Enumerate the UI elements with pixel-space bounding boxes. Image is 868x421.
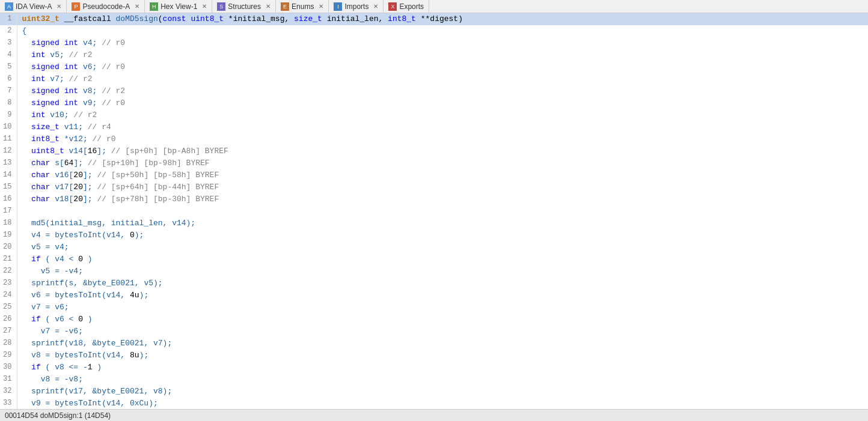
table-row[interactable]: 30 if ( v8 <= -1 )	[0, 362, 868, 374]
table-row[interactable]: 18 md5(initial_msg, initial_len, v14);	[0, 217, 868, 229]
table-row[interactable]: 29 v8 = bytesToInt(v14, 8u);	[0, 350, 868, 362]
tab-imports-close[interactable]: ✕	[373, 3, 378, 10]
tab-struct-close[interactable]: ✕	[266, 3, 270, 10]
table-row[interactable]: 20 v5 = v4;	[0, 241, 868, 253]
status-bar: 00014D54 doMD5sign:1 (14D54)	[0, 409, 868, 421]
tab-enums-label: Enums	[292, 2, 314, 11]
enums-icon: E	[281, 2, 289, 11]
table-row[interactable]: 19 v4 = bytesToInt(v14, 0);	[0, 229, 868, 241]
table-row[interactable]: 32 sprintf(v17, &byte_E0021, v8);	[0, 386, 868, 398]
hex-icon: H	[150, 2, 158, 11]
table-row[interactable]: 3 signed int v4; // r0	[0, 37, 868, 49]
tab-exports-label: Exports	[399, 2, 424, 11]
table-row[interactable]: 28 sprintf(v18, &byte_E0021, v7);	[0, 338, 868, 350]
struct-icon: S	[217, 2, 225, 11]
table-row[interactable]: 27 v7 = -v6;	[0, 326, 868, 338]
table-row[interactable]: 23 sprintf(s, &byte_E0021, v5);	[0, 277, 868, 289]
tab-pseudo-label: Pseudocode-A	[82, 2, 130, 11]
tab-ida-view[interactable]: A IDA View-A ✕	[0, 0, 67, 13]
imports-icon: I	[334, 2, 342, 11]
tab-hex-view[interactable]: H Hex View-1 ✕	[145, 0, 212, 13]
table-row[interactable]: 14 char v16[20]; // [sp+50h] [bp-58h] BY…	[0, 169, 868, 181]
tab-exports[interactable]: X Exports	[384, 0, 429, 13]
table-row[interactable]: 17	[0, 205, 868, 217]
table-row[interactable]: 25 v7 = v6;	[0, 301, 868, 313]
tab-struct-label: Structures	[228, 2, 261, 11]
table-row[interactable]: 6 int v7; // r2	[0, 73, 868, 85]
table-row[interactable]: 10 size_t v11; // r4	[0, 121, 868, 133]
tab-enums[interactable]: E Enums ✕	[276, 0, 329, 13]
tab-ida-label: IDA View-A	[16, 2, 52, 11]
table-row[interactable]: 24 v6 = bytesToInt(v14, 4u);	[0, 289, 868, 301]
table-row[interactable]: 9 int v10; // r2	[0, 109, 868, 121]
table-row[interactable]: 8 signed int v9; // r0	[0, 97, 868, 109]
table-row[interactable]: 33 v9 = bytesToInt(v14, 0xCu);	[0, 398, 868, 409]
code-table: 1uint32_t __fastcall doMD5sign(const uin…	[0, 13, 868, 409]
table-row[interactable]: 4 int v5; // r2	[0, 49, 868, 61]
table-row[interactable]: 31 v8 = -v8;	[0, 374, 868, 386]
table-row[interactable]: 22 v5 = -v4;	[0, 265, 868, 277]
tab-ida-close[interactable]: ✕	[57, 3, 61, 10]
table-row[interactable]: 21 if ( v4 < 0 )	[0, 253, 868, 265]
tab-hex-label: Hex View-1	[160, 2, 197, 11]
table-row[interactable]: 5 signed int v6; // r0	[0, 61, 868, 73]
table-row[interactable]: 1uint32_t __fastcall doMD5sign(const uin…	[0, 13, 868, 25]
tab-imports[interactable]: I Imports ✕	[329, 0, 384, 13]
tab-hex-close[interactable]: ✕	[202, 3, 207, 10]
table-row[interactable]: 2{	[0, 25, 868, 37]
tab-enums-close[interactable]: ✕	[319, 3, 323, 10]
table-row[interactable]: 13 char s[64]; // [sp+10h] [bp-98h] BYRE…	[0, 157, 868, 169]
status-text: 00014D54 doMD5sign:1 (14D54)	[5, 411, 111, 420]
ida-icon: A	[5, 2, 13, 11]
pseudo-icon: P	[72, 2, 80, 11]
table-row[interactable]: 12 uint8_t v14[16]; // [sp+0h] [bp-A8h] …	[0, 145, 868, 157]
tab-pseudocode[interactable]: P Pseudocode-A ✕	[67, 0, 145, 13]
table-row[interactable]: 15 char v17[20]; // [sp+64h] [bp-44h] BY…	[0, 181, 868, 193]
tab-imports-label: Imports	[344, 2, 368, 11]
table-row[interactable]: 11 int8_t *v12; // r0	[0, 133, 868, 145]
tab-pseudo-close[interactable]: ✕	[135, 3, 139, 10]
tab-structures[interactable]: S Structures ✕	[212, 0, 276, 13]
table-row[interactable]: 7 signed int v8; // r2	[0, 85, 868, 97]
table-row[interactable]: 26 if ( v6 < 0 )	[0, 313, 868, 326]
table-row[interactable]: 16 char v18[20]; // [sp+78h] [bp-30h] BY…	[0, 193, 868, 205]
exports-icon: X	[388, 2, 397, 11]
code-area[interactable]: 1uint32_t __fastcall doMD5sign(const uin…	[0, 13, 868, 409]
tab-bar: A IDA View-A ✕ P Pseudocode-A ✕ H Hex Vi…	[0, 0, 868, 13]
